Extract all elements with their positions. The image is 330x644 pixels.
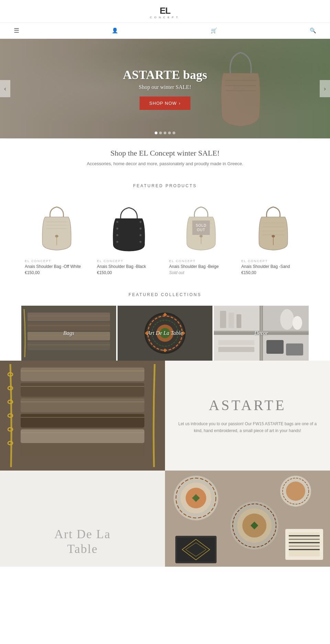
hero-dot-3[interactable]: [164, 132, 166, 134]
product-card[interactable]: EL CONCEPT Anais Shoulder Bag -Black €15…: [93, 197, 165, 279]
product-brand: EL CONCEPT: [97, 259, 161, 263]
account-icon[interactable]: 👤: [112, 27, 118, 34]
product-image-container: SOLDOUT: [169, 200, 233, 255]
product-brand: EL CONCEPT: [169, 259, 233, 263]
collection-decor-label: Decor: [214, 306, 309, 361]
art-right-panel: [165, 471, 330, 567]
menu-icon[interactable]: ☰: [14, 27, 19, 34]
promo-section: Shop the EL Concept winter SALE! Accesso…: [0, 138, 330, 170]
svg-point-4: [55, 235, 58, 238]
hero-dots: [155, 132, 175, 134]
svg-point-12: [116, 234, 118, 236]
product-price: €150,00: [97, 270, 161, 275]
product-brand: EL CONCEPT: [241, 259, 305, 263]
product-card[interactable]: EL CONCEPT Anais Shoulder Bag -Off White…: [21, 197, 93, 279]
svg-rect-2: [225, 90, 256, 91]
product-name: Anais Shoulder Bag -Beige: [169, 264, 233, 269]
svg-point-11: [140, 228, 142, 230]
site-header: EL CONCEPT: [0, 0, 330, 23]
svg-rect-66: [21, 414, 144, 428]
hero-dot-5[interactable]: [173, 132, 175, 134]
collection-art-label: Art De La Table: [118, 306, 212, 361]
art-section: Art De La Table: [0, 471, 330, 567]
svg-rect-68: [21, 445, 144, 457]
shop-now-button[interactable]: SHOP NOW ›: [140, 97, 190, 110]
hero-dot-1[interactable]: [155, 132, 157, 134]
svg-rect-67: [21, 429, 144, 443]
hero-prev-button[interactable]: ‹: [0, 80, 10, 97]
svg-rect-1: [225, 85, 256, 86]
logo-el-text: EL: [150, 6, 180, 15]
product-price: €150,00: [25, 270, 89, 275]
cart-icon[interactable]: 🛒: [211, 27, 217, 34]
collection-bags-label: Bags: [21, 306, 116, 361]
featured-products-title: FEATURED PRODUCTS: [0, 183, 330, 188]
collection-decor[interactable]: Decor: [214, 306, 309, 361]
collection-art-de-la-table[interactable]: Art De La Table: [118, 306, 212, 361]
product-card[interactable]: EL CONCEPT Anais Shoulder Bag -Sand €150…: [237, 197, 309, 279]
collections-grid: Bags Art De La Table: [0, 306, 330, 361]
svg-point-14: [116, 241, 118, 243]
svg-point-17: [199, 235, 203, 238]
hero-subtitle: Shop our winter SALE!: [123, 84, 207, 90]
search-icon[interactable]: 🔍: [310, 27, 316, 34]
featured-collections-title: FEATURED COLLECTIONS: [0, 292, 330, 297]
product-name: Anais Shoulder Bag -Sand: [241, 264, 305, 269]
art-title: Art De La Table: [54, 527, 111, 556]
product-price: Sold out: [169, 270, 233, 275]
product-price: €150,00: [241, 270, 305, 275]
logo-concept-text: CONCEPT: [150, 16, 180, 19]
hero-next-button[interactable]: ›: [320, 80, 330, 97]
product-name: Anais Shoulder Bag -Black: [97, 264, 161, 269]
promo-title: Shop the EL Concept winter SALE!: [14, 149, 316, 158]
astarte-title: ASTARTE: [209, 397, 286, 414]
svg-rect-95: [177, 538, 215, 562]
svg-point-10: [116, 228, 118, 230]
product-brand: EL CONCEPT: [25, 259, 89, 263]
hero-title: ASTARTE bags: [123, 68, 207, 82]
svg-point-8: [116, 221, 118, 223]
svg-point-13: [140, 234, 142, 236]
svg-point-15: [140, 241, 142, 243]
svg-rect-65: [21, 398, 144, 412]
svg-rect-63: [21, 368, 144, 381]
svg-rect-0: [225, 80, 256, 81]
hero-dot-2[interactable]: [159, 132, 162, 134]
sold-out-badge: SOLDOUT: [192, 221, 210, 235]
astarte-description: Let us introduce you to our passion! Our…: [175, 420, 320, 434]
promo-subtitle: Accessories, home decor and more, passio…: [14, 161, 316, 166]
astarte-section: ASTARTE Let us introduce you to our pass…: [0, 361, 330, 471]
products-grid: EL CONCEPT Anais Shoulder Bag -Off White…: [0, 197, 330, 279]
logo[interactable]: EL CONCEPT: [150, 6, 180, 19]
product-image-container: [25, 200, 89, 255]
product-card[interactable]: SOLDOUT EL CONCEPT Anais Shoulder Bag -B…: [165, 197, 237, 279]
astarte-info: ASTARTE Let us introduce you to our pass…: [165, 361, 330, 471]
hero-banner: ASTARTE bags Shop our winter SALE! SHOP …: [0, 39, 330, 138]
art-left-panel: Art De La Table: [0, 471, 165, 567]
svg-rect-64: [21, 383, 144, 397]
hero-dot-4[interactable]: [168, 132, 171, 134]
svg-point-21: [272, 235, 275, 238]
product-image-container: [241, 200, 305, 255]
hero-content: ASTARTE bags Shop our winter SALE! SHOP …: [123, 68, 207, 110]
product-image-container: [97, 200, 161, 255]
svg-point-93: [286, 482, 305, 501]
featured-products-section: FEATURED PRODUCTS EL CONCEPT Anais Shoul…: [0, 183, 330, 279]
astarte-image: [0, 361, 165, 471]
collection-bags[interactable]: Bags: [21, 306, 116, 361]
featured-collections-section: FEATURED COLLECTIONS Bags: [0, 292, 330, 361]
main-nav: ☰ 👤 🛒 🔍: [0, 23, 330, 39]
svg-point-9: [140, 221, 142, 223]
product-name: Anais Shoulder Bag -Off White: [25, 264, 89, 269]
